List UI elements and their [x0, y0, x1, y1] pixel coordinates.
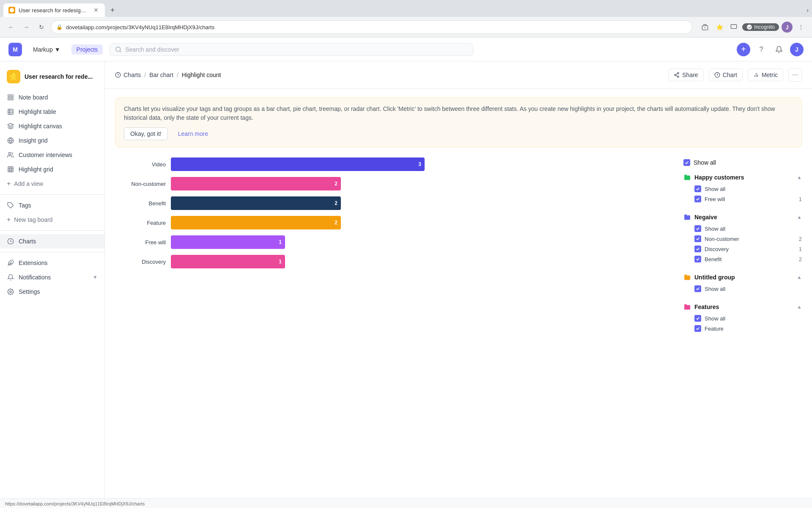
forward-button[interactable]: →	[20, 21, 32, 33]
user-avatar[interactable]: J	[790, 43, 804, 56]
sidebar-item-insight-grid[interactable]: Insight grid	[0, 133, 104, 148]
cast-icon[interactable]	[699, 21, 711, 33]
projects-button[interactable]: Projects	[71, 44, 103, 55]
sidebar-item-tags[interactable]: Tags	[0, 198, 104, 213]
legend-item-checkbox[interactable]	[694, 225, 701, 232]
user-avatar-browser[interactable]: J	[782, 22, 793, 33]
chart-bar[interactable]: 3	[171, 157, 425, 171]
legend-show-all-item[interactable]: Show all	[683, 184, 802, 194]
chart-bar[interactable]: 2	[171, 216, 341, 229]
legend-show-all-item[interactable]: Show all	[683, 284, 802, 294]
svg-point-30	[678, 76, 679, 77]
help-button[interactable]: ?	[754, 43, 768, 56]
okay-got-it-button[interactable]: Okay, got it!	[124, 127, 168, 140]
legend-group-title: Negaive	[694, 214, 793, 221]
sidebar-item-settings[interactable]: Settings	[0, 284, 104, 299]
profile-icon[interactable]	[728, 21, 740, 33]
chart-bar[interactable]: 2	[171, 177, 341, 190]
legend-group-header[interactable]: Features▲	[683, 301, 802, 313]
chart-bar[interactable]: 1	[171, 255, 285, 268]
bar-chart: Video3Non-customer2Benefit2Feature2Free …	[115, 157, 673, 488]
sidebar-item-highlight-grid[interactable]: Highlight grid	[0, 162, 104, 177]
back-button[interactable]: ←	[5, 21, 17, 33]
markup-button[interactable]: Markup ▼	[29, 44, 65, 55]
legend-item[interactable]: Discovery1	[683, 244, 802, 254]
sidebar-item-charts[interactable]: Charts	[0, 234, 104, 248]
bookmark-icon[interactable]: ⭐	[713, 21, 725, 33]
legend-item-checkbox[interactable]	[694, 325, 701, 332]
legend-item[interactable]: Free will1	[683, 194, 802, 204]
page-header: Charts / Bar chart / Highlight count Sha…	[105, 61, 812, 89]
legend-item-checkbox[interactable]	[694, 315, 701, 322]
metric-icon	[753, 72, 759, 78]
svg-line-31	[676, 75, 678, 76]
chart-bar-label: Free will	[115, 239, 166, 246]
share-button[interactable]: Share	[668, 69, 703, 81]
legend-show-all-top[interactable]: Show all	[683, 157, 802, 171]
svg-line-5	[120, 51, 121, 52]
legend-show-all-item[interactable]: Show all	[683, 224, 802, 234]
chart-bar[interactable]: 2	[171, 196, 341, 210]
legend-folder-icon	[683, 174, 691, 181]
tab-close-button[interactable]: ×	[92, 6, 100, 14]
sidebar-divider-3	[0, 252, 104, 252]
sidebar-item-extensions[interactable]: Extensions	[0, 256, 104, 270]
chart-bar-container[interactable]: 2	[171, 177, 673, 190]
legend-item[interactable]: Feature	[683, 323, 802, 334]
new-tag-board-button[interactable]: + New tag board	[0, 213, 104, 227]
breadcrumb-charts[interactable]: Charts	[115, 72, 141, 78]
legend-group-header[interactable]: Negaive▲	[683, 211, 802, 224]
sidebar-item-notifications[interactable]: Notifications ▼	[0, 270, 104, 284]
legend-item-label: Benefit	[705, 256, 796, 262]
create-button[interactable]: +	[737, 43, 750, 56]
extensions-label: Extensions	[19, 260, 47, 266]
tab-overflow-button[interactable]: ›	[807, 7, 809, 14]
legend-item-checkbox[interactable]	[694, 185, 701, 192]
active-tab[interactable]: User research for redesigned ×	[3, 3, 105, 17]
legend-item-count: 2	[799, 256, 802, 262]
chart-bar-container[interactable]: 1	[171, 235, 673, 249]
new-tab-button[interactable]: +	[107, 4, 118, 16]
legend-show-all-checkbox[interactable]	[683, 159, 690, 166]
reload-button[interactable]: ↻	[36, 21, 47, 33]
legend-item-checkbox[interactable]	[694, 256, 701, 262]
legend-item-checkbox[interactable]	[694, 285, 701, 292]
legend-item-checkbox[interactable]	[694, 246, 701, 252]
url-bar[interactable]: 🔒 dovetailapp.com/projects/3KV4yNUq11E8I…	[51, 20, 692, 34]
legend-item-checkbox[interactable]	[694, 196, 701, 202]
extensions-icon	[7, 259, 14, 267]
legend-item-checkbox[interactable]	[694, 235, 701, 242]
legend-group-header[interactable]: Happy customers▲	[683, 171, 802, 184]
chart-bar-container[interactable]: 3	[171, 157, 673, 171]
legend-item[interactable]: Benefit2	[683, 254, 802, 264]
chart-button[interactable]: Chart	[709, 69, 743, 81]
note-board-label: Note board	[19, 94, 48, 101]
add-view-button[interactable]: + Add a view	[0, 177, 104, 191]
lock-icon: 🔒	[56, 24, 63, 30]
sidebar-item-highlight-canvas[interactable]: Highlight canvas	[0, 119, 104, 133]
notifications-bell-icon[interactable]	[772, 43, 786, 56]
project-item[interactable]: ⭐ User research for rede...	[0, 66, 104, 90]
metric-button[interactable]: Metric	[748, 69, 783, 81]
sidebar-item-customer-interviews[interactable]: Customer interviews	[0, 148, 104, 162]
legend-show-all-item[interactable]: Show all	[683, 313, 802, 323]
breadcrumb-bar-chart[interactable]: Bar chart	[149, 72, 173, 78]
incognito-button[interactable]: Incognito	[742, 23, 779, 31]
chart-bar-container[interactable]: 2	[171, 196, 673, 210]
sidebar-item-note-board[interactable]: Note board	[0, 90, 104, 105]
svg-rect-9	[11, 98, 13, 100]
chart-bar-container[interactable]: 2	[171, 216, 673, 229]
page-actions: Share Chart Metric ⋯	[668, 68, 802, 82]
chart-bar[interactable]: 1	[171, 235, 285, 249]
legend-item[interactable]: Non-customer2	[683, 234, 802, 244]
menu-icon[interactable]: ⋮	[795, 21, 807, 33]
settings-icon	[7, 288, 14, 295]
chart-bar-container[interactable]: 1	[171, 255, 673, 268]
app-logo[interactable]: M	[8, 43, 22, 56]
legend-show-all-label: Show all	[694, 159, 716, 166]
learn-more-button[interactable]: Learn more	[172, 128, 214, 140]
more-options-button[interactable]: ⋯	[788, 68, 802, 82]
sidebar-item-highlight-table[interactable]: Highlight table	[0, 105, 104, 119]
legend-group-header[interactable]: Untitled group▲	[683, 271, 802, 284]
search-bar[interactable]: Search and discover	[110, 43, 473, 56]
